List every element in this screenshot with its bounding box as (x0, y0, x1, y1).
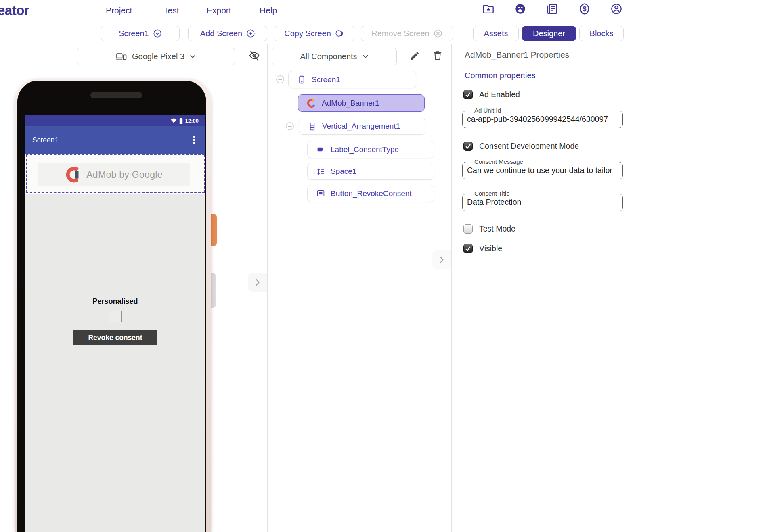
menu-test[interactable]: Test (163, 6, 179, 15)
tab-blocks[interactable]: Blocks (579, 26, 624, 41)
screen-select-button[interactable]: Screen1 (101, 26, 180, 41)
tree-node-screen1[interactable]: Screen1 (288, 71, 416, 88)
smartphone-icon (298, 75, 306, 84)
collapse-screen1-button[interactable] (276, 75, 285, 84)
admob-banner-ad: AdMob by Google (38, 163, 190, 186)
admob-logo-icon (65, 167, 82, 183)
tab-designer[interactable]: Designer (522, 26, 576, 41)
consent-title-field[interactable]: Consent Title Data Protection (462, 194, 623, 211)
tree-node-label-consenttype[interactable]: Label_ConsentType (307, 141, 434, 158)
wifi-icon (171, 118, 177, 123)
screen-select-label: Screen1 (119, 29, 149, 38)
phone-screen: 12:00 Screen1 AdMob by Google Personalis… (25, 115, 205, 532)
tree-node-admob-banner1[interactable]: AdMob_Banner1 (298, 94, 425, 112)
components-filter-select[interactable]: All Components (272, 48, 397, 65)
ad-enabled-checkbox[interactable] (463, 90, 473, 99)
check-icon (465, 245, 471, 252)
test-mode-row: Test Mode (463, 224, 515, 234)
copy-screen-button[interactable]: Copy Screen (274, 26, 354, 41)
components-panel: All Components Screen1 AdMob_Banner1 Ver… (268, 44, 452, 532)
visible-checkbox[interactable] (463, 244, 473, 253)
remove-screen-label: Remove Screen (371, 29, 429, 38)
properties-section-title[interactable]: Common properties (465, 71, 536, 80)
button-icon (316, 189, 325, 198)
admob-banner-text: AdMob by Google (86, 169, 163, 180)
chevron-down-icon (190, 54, 196, 58)
trash-icon (432, 50, 443, 61)
top-nav: eator Project Test Export Help $ (0, 0, 769, 23)
tab-assets[interactable]: Assets (473, 26, 519, 41)
status-time: 12:00 (185, 118, 199, 124)
viewer-collapse-button[interactable] (248, 273, 267, 292)
chevron-right-icon (253, 277, 262, 287)
monetization-icon[interactable]: $ (579, 3, 590, 15)
projects-folder-icon[interactable] (483, 3, 494, 15)
phone-preview: 12:00 Screen1 AdMob by Google Personalis… (15, 79, 211, 532)
gray-drag-handle[interactable] (211, 273, 216, 308)
visible-label: Visible (479, 244, 502, 253)
tree-node-button-revokeconsent[interactable]: Button_RevokeConsent (307, 185, 434, 202)
device-select-label: Google Pixel 3 (132, 52, 184, 61)
components-collapse-button[interactable] (432, 250, 451, 269)
consent-dev-mode-checkbox[interactable] (463, 142, 473, 151)
chevron-down-circle-icon (153, 29, 162, 38)
ad-unit-id-field-label: Ad Unit Id (471, 107, 504, 114)
x-circle-icon (434, 29, 442, 38)
minus-circle-icon (285, 122, 294, 131)
rename-component-button[interactable] (409, 51, 420, 61)
tree-node-space1[interactable]: Space1 (307, 163, 434, 180)
components-filter-label: All Components (300, 52, 357, 61)
app-title-bar: Screen1 (25, 126, 205, 154)
copy-screen-label: Copy Screen (284, 29, 331, 38)
battery-icon (179, 118, 183, 124)
test-mode-checkbox[interactable] (463, 224, 473, 234)
consent-message-field-label: Consent Message (471, 158, 526, 165)
eye-off-icon[interactable] (248, 50, 260, 62)
tree-node-label: Screen1 (312, 75, 340, 84)
tree-node-vertical-arrangement1[interactable]: Vertical_Arrangement1 (299, 118, 425, 135)
tree-node-label: AdMob_Banner1 (322, 99, 379, 108)
test-mode-label: Test Mode (479, 224, 515, 234)
blocks-label: Blocks (590, 29, 614, 38)
remove-screen-button[interactable]: Remove Screen (361, 26, 453, 41)
add-screen-label: Add Screen (200, 29, 243, 38)
divider (452, 65, 769, 65)
orange-drag-handle[interactable] (211, 214, 217, 246)
label-icon (316, 145, 325, 154)
visible-row: Visible (463, 244, 502, 253)
svg-text:$: $ (583, 5, 586, 13)
viewer-panel: Google Pixel 3 12:00 Screen1 (0, 44, 268, 532)
menu-project[interactable]: Project (106, 6, 132, 15)
overflow-menu-icon[interactable] (193, 136, 195, 144)
menu-help[interactable]: Help (260, 6, 277, 15)
ad-enabled-label: Ad Enabled (479, 90, 520, 99)
persona-icon[interactable] (515, 3, 526, 15)
device-select[interactable]: Google Pixel 3 (77, 48, 235, 65)
revoke-consent-button[interactable]: Revoke consent (73, 330, 157, 345)
delete-component-button[interactable] (432, 50, 443, 61)
app-logo[interactable]: eator (0, 3, 29, 18)
tree-node-label: Vertical_Arrangement1 (322, 122, 400, 131)
collapse-vertical-arrangement-button[interactable] (285, 122, 294, 131)
consent-title-field-label: Consent Title (471, 190, 513, 197)
app-window: eator Project Test Export Help $ Screen1… (0, 0, 769, 532)
status-bar: 12:00 (25, 115, 205, 126)
ad-unit-id-field[interactable]: Ad Unit Id ca-app-pub-3940256099942544/6… (462, 111, 623, 128)
divider (452, 85, 769, 85)
consent-message-field[interactable]: Consent Message Can we continue to use y… (462, 162, 623, 179)
minus-circle-icon (276, 75, 285, 84)
assets-label: Assets (484, 29, 508, 38)
news-icon[interactable] (547, 3, 558, 15)
copy-icon (335, 29, 344, 38)
properties-title: AdMob_Banner1 Properties (465, 50, 569, 60)
admob-banner-component[interactable]: AdMob by Google (25, 154, 205, 194)
menu-export[interactable]: Export (207, 6, 231, 15)
consent-checkbox[interactable] (109, 311, 122, 322)
phone-speaker (90, 92, 142, 98)
account-icon[interactable] (611, 3, 622, 15)
admob-icon (307, 99, 316, 108)
properties-panel: AdMob_Banner1 Properties Common properti… (452, 44, 769, 532)
app-title: Screen1 (32, 136, 59, 144)
check-icon (465, 143, 471, 150)
add-screen-button[interactable]: Add Screen (188, 26, 267, 41)
